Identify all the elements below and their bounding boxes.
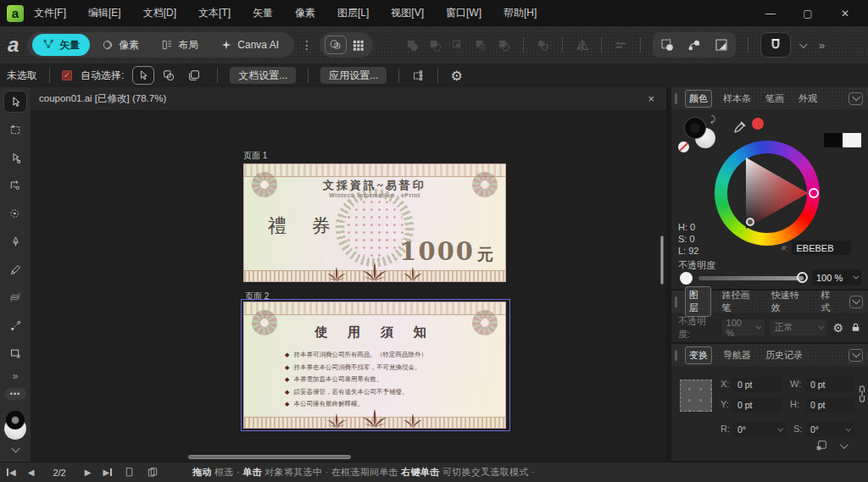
menu-file[interactable]: 文件[F] — [34, 6, 66, 20]
horizontal-scrollbar[interactable] — [188, 455, 351, 459]
node-transform-icon[interactable] — [687, 37, 702, 53]
link-dimensions-icon[interactable] — [858, 385, 866, 403]
vertical-scrollbar[interactable] — [660, 235, 664, 285]
snapping-button[interactable] — [760, 32, 791, 58]
x-input[interactable]: 0 pt — [732, 377, 782, 392]
w-input[interactable]: 0 pt — [805, 377, 854, 392]
menu-help[interactable]: 帮助[H] — [504, 6, 537, 20]
y-input[interactable]: 0 pt — [732, 397, 782, 413]
canvas[interactable]: 页面 1 文採資訊~易普印 Wintech Information - ePri… — [31, 111, 666, 462]
layer-fx-gear-icon[interactable]: ⚙ — [832, 321, 843, 335]
menu-edit[interactable]: 编辑[E] — [88, 6, 121, 20]
tab-swatches[interactable]: 样本条 — [720, 91, 754, 107]
toolbar-overflow-icon[interactable]: » — [819, 39, 825, 52]
select-object-mode-button[interactable] — [132, 66, 154, 85]
tab-stroke[interactable]: 笔画 — [762, 91, 787, 107]
shade-selector[interactable] — [746, 218, 754, 226]
white-swatch[interactable] — [843, 133, 861, 147]
tab-styles[interactable]: 样式 — [817, 287, 842, 316]
opacity-swatch[interactable] — [680, 272, 693, 285]
bw-swatch-pair[interactable] — [824, 133, 861, 147]
panel-menu-chevron-icon[interactable] — [849, 92, 863, 105]
persona-pixel[interactable]: 像素 — [92, 34, 149, 56]
stroke-swatch[interactable] — [6, 411, 25, 429]
opacity-slider[interactable] — [698, 276, 804, 280]
opacity-value-dropdown[interactable]: 100 % — [812, 269, 861, 285]
gradient-tool[interactable] — [3, 314, 27, 336]
last-page-button[interactable]: ▶ — [103, 468, 112, 477]
vector-brush-tool[interactable] — [3, 286, 27, 308]
menu-view[interactable]: 视图[V] — [391, 6, 424, 20]
more-tools-chevron-icon[interactable]: » — [13, 370, 19, 382]
menu-pixel[interactable]: 像素 — [295, 6, 315, 20]
menu-document[interactable]: 文档[D] — [143, 6, 176, 20]
tab-path-brushes[interactable]: 路径画笔 — [719, 287, 760, 316]
gear-icon[interactable]: ⚙ — [450, 68, 462, 84]
facing-pages-icon[interactable] — [147, 467, 159, 479]
layer-opacity-dropdown[interactable]: 100 % — [721, 319, 765, 335]
shear-dropdown[interactable]: 0° — [805, 422, 854, 437]
rotation-dropdown[interactable]: 0° — [732, 422, 787, 437]
select-group-mode-button[interactable] — [183, 66, 205, 85]
panel-drag-handle[interactable] — [675, 93, 677, 104]
black-swatch[interactable] — [824, 133, 843, 147]
persona-overflow-menu[interactable]: ⋮ — [301, 38, 313, 52]
app-settings-button[interactable]: 应用设置... — [320, 67, 387, 84]
transform-mode-icon[interactable] — [659, 37, 675, 53]
next-page-button[interactable]: ▶ — [85, 468, 92, 477]
color-selector-widget[interactable] — [3, 411, 28, 440]
h-input[interactable]: 0 pt — [805, 397, 854, 413]
auto-select-checkbox[interactable]: ✓ — [62, 70, 72, 80]
menu-text[interactable]: 文本[T] — [198, 6, 231, 20]
chevron-down-icon[interactable] — [840, 440, 849, 449]
menu-layer[interactable]: 图层[L] — [337, 6, 369, 20]
artboard-tool[interactable] — [3, 119, 27, 141]
artboard-grid-icon[interactable] — [411, 69, 426, 83]
selection-brush-tool[interactable] — [3, 202, 27, 224]
opacity-slider-handle[interactable] — [797, 272, 808, 283]
transform-origin-icon[interactable] — [815, 439, 828, 452]
hex-input[interactable]: EBEBEB — [792, 241, 851, 255]
pencil-tool[interactable] — [3, 258, 27, 280]
color-widget-chevron-icon[interactable] — [11, 445, 19, 453]
no-color-swatch[interactable] — [678, 141, 689, 152]
first-page-button[interactable]: ◀ — [7, 468, 16, 477]
node-tool[interactable] — [3, 147, 27, 169]
persona-canva-ai[interactable]: Canva AI — [210, 34, 289, 56]
tab-transform[interactable]: 变换 — [685, 346, 712, 364]
document-tab[interactable]: coupon01.ai [已修改] (78.7%) — [39, 92, 166, 105]
picked-color-dot[interactable] — [752, 118, 764, 130]
text-frame-icon[interactable]: A — [325, 36, 347, 54]
coupon-page-2[interactable]: 使 用 須 知 ◆持本券可消費公司所有商品。（特定商品除外） ◆持本券在本公司消… — [243, 302, 506, 429]
document-settings-button[interactable]: 文档设置... — [230, 67, 296, 84]
more-tools-button[interactable]: ••• — [4, 388, 26, 400]
snapping-chevron-icon[interactable] — [799, 40, 808, 48]
tab-close-icon[interactable]: × — [648, 92, 658, 105]
persona-layout[interactable]: 布局 — [151, 34, 209, 56]
tab-layers[interactable]: 图层 — [685, 286, 711, 317]
rectangle-tool[interactable] — [3, 342, 27, 364]
tab-navigator[interactable]: 导航器 — [720, 347, 754, 363]
fill-color-swatch[interactable] — [685, 118, 705, 138]
swap-colors-icon[interactable]: ⤸ — [710, 114, 715, 125]
coupon-page-1[interactable]: 文採資訊~易普印 Wintech Information - ePrint 禮 … — [243, 163, 506, 282]
single-page-icon[interactable] — [124, 467, 135, 478]
tab-quick-fx[interactable]: 快速特效 — [768, 287, 810, 316]
crop-frame-icon[interactable] — [714, 37, 729, 53]
panel-drag-handle[interactable] — [675, 296, 677, 307]
blend-mode-dropdown[interactable]: 正常 — [770, 319, 828, 335]
pen-tool[interactable] — [3, 230, 27, 252]
close-button[interactable]: ✕ — [836, 8, 854, 19]
page2-label[interactable]: 页面 2 — [245, 291, 269, 302]
maximize-button[interactable]: ▢ — [798, 8, 817, 19]
panel-menu-chevron-icon[interactable] — [849, 349, 863, 362]
tab-history[interactable]: 历史记录 — [762, 347, 806, 363]
grid-apps-icon[interactable] — [348, 39, 368, 52]
lock-icon[interactable] — [850, 322, 861, 333]
page1-label[interactable]: 页面 1 — [243, 150, 267, 162]
minimize-button[interactable]: — — [761, 8, 780, 19]
anchor-point-selector[interactable] — [680, 380, 712, 412]
persona-vector[interactable]: 矢量 — [32, 34, 90, 56]
panel-menu-chevron-icon[interactable] — [849, 296, 863, 308]
tab-appearance[interactable]: 外观 — [795, 91, 821, 107]
